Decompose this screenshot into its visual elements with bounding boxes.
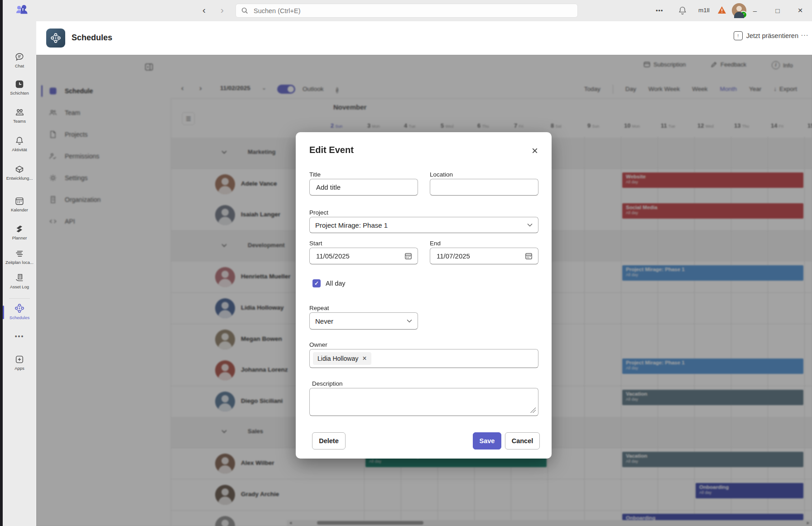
schedules-app-icon xyxy=(46,29,65,48)
event-onboarding-partial[interactable]: Onboarding xyxy=(622,514,803,520)
day-header[interactable]: 13Thu xyxy=(734,121,749,139)
calendar-prev-button[interactable]: ‹ xyxy=(181,84,184,93)
nav-item-settings[interactable]: Settings xyxy=(41,169,171,187)
rail-item-asset-log[interactable]: Asset Log xyxy=(3,273,36,289)
nav-item-projects[interactable]: Projects xyxy=(41,125,171,143)
day-header[interactable]: 14Fri xyxy=(771,121,783,139)
schedule-icon xyxy=(48,86,58,96)
event-website[interactable]: WebsiteAll day xyxy=(622,172,803,188)
close-icon[interactable]: × xyxy=(528,144,542,158)
start-date-field[interactable] xyxy=(309,248,418,264)
owner-field-label: Owner xyxy=(309,341,327,348)
account-label[interactable]: m1ll xyxy=(698,7,710,14)
delete-button[interactable]: Delete xyxy=(312,432,346,449)
nav-forward-button[interactable]: › xyxy=(221,5,224,15)
event-project-mirage[interactable]: Project Mirage: Phase 1All day xyxy=(622,265,803,281)
resize-grip-icon[interactable] xyxy=(530,407,536,413)
team-icon xyxy=(48,108,58,117)
nav-item-team[interactable]: Team xyxy=(41,104,171,122)
nav-item-permissions[interactable]: Permissions xyxy=(41,147,171,165)
repeat-select[interactable]: Never xyxy=(309,312,418,330)
window-close-button[interactable]: × xyxy=(793,4,807,17)
window-maximize-button[interactable]: □ xyxy=(771,4,784,17)
day-header[interactable]: 12Wed xyxy=(697,121,714,139)
nav-item-organization[interactable]: Organization xyxy=(41,191,171,209)
subscription-link[interactable]: Subscription xyxy=(644,61,686,68)
view-workweek-button[interactable]: Work Week xyxy=(649,86,680,92)
title-input[interactable] xyxy=(315,183,412,191)
outlook-toggle[interactable] xyxy=(277,85,295,94)
view-week-button[interactable]: Week xyxy=(692,86,707,92)
rail-more-button[interactable]: ••• xyxy=(3,333,36,340)
warning-icon[interactable] xyxy=(717,6,726,14)
rail-item-aktivitaet[interactable]: Aktivität xyxy=(3,136,36,152)
panel-collapse-button[interactable] xyxy=(144,62,154,72)
event-project-mirage[interactable]: Project Mirage: Phase 1All day xyxy=(622,359,803,374)
save-button[interactable]: Save xyxy=(473,432,501,449)
view-year-button[interactable]: Year xyxy=(749,86,761,92)
all-day-label[interactable]: All day xyxy=(326,280,346,287)
calendar-picker-icon[interactable] xyxy=(525,252,533,260)
calendar-picker-icon[interactable] xyxy=(404,252,412,260)
owner-field[interactable]: Lidia Holloway × xyxy=(309,349,538,368)
search-box[interactable] xyxy=(235,4,578,18)
view-switcher: Today Day Work Week Week Month Year ↓ Ex… xyxy=(584,79,797,99)
people-menu-button[interactable]: ☰ xyxy=(182,112,195,125)
rail-item-planner[interactable]: Planner xyxy=(3,224,36,240)
end-date-field[interactable] xyxy=(430,248,538,264)
calendar-icon xyxy=(3,196,36,206)
user-avatar[interactable]: ✓ xyxy=(732,3,746,18)
nav-item-schedule[interactable]: Schedule xyxy=(41,82,171,100)
event-social-media[interactable]: Social MediaAll day xyxy=(622,203,803,219)
rail-item-chat[interactable]: Chat xyxy=(3,52,36,68)
search-input[interactable] xyxy=(253,7,572,15)
app-header-more-button[interactable]: ··· xyxy=(799,31,810,38)
cancel-button[interactable]: Cancel xyxy=(505,432,540,449)
scroll-left-icon[interactable]: ◄ xyxy=(288,521,293,525)
view-today-button[interactable]: Today xyxy=(584,86,601,92)
checkmark-icon: ✓ xyxy=(314,280,319,287)
rail-item-schedules[interactable]: Schedules xyxy=(3,303,36,320)
event-vacation[interactable]: VacationAll day xyxy=(622,390,803,405)
event-onboarding[interactable]: OnboardingAll day xyxy=(696,483,803,498)
info-link[interactable]: i Info xyxy=(772,61,793,69)
location-input[interactable] xyxy=(436,183,533,191)
start-date-input[interactable] xyxy=(315,252,385,260)
avatar xyxy=(215,174,235,194)
rail-item-schichten[interactable]: Schichten xyxy=(3,79,36,96)
description-textarea[interactable] xyxy=(309,388,538,416)
day-header[interactable]: 10Mon xyxy=(624,121,640,139)
owner-chip[interactable]: Lidia Holloway × xyxy=(313,352,371,365)
all-day-checkbox[interactable]: ✓ xyxy=(312,279,321,287)
rail-item-teams[interactable]: Teams xyxy=(3,107,36,124)
date-picker[interactable]: 11/02/2025 xyxy=(220,85,250,91)
end-date-input[interactable] xyxy=(436,252,505,260)
nav-back-button[interactable]: ‹ xyxy=(202,5,206,15)
scroll-right-icon[interactable]: ► xyxy=(806,521,810,525)
window-minimize-button[interactable]: – xyxy=(748,4,762,17)
titlebar-more-button[interactable]: ••• xyxy=(656,7,663,14)
remove-owner-icon[interactable]: × xyxy=(362,356,366,361)
teams-people-icon xyxy=(3,107,36,117)
event-vacation[interactable]: VacationAll day xyxy=(622,452,803,467)
present-now-button[interactable]: ↑ Jetzt präsentieren xyxy=(734,31,798,40)
notifications-bell-icon[interactable] xyxy=(677,5,687,15)
rail-item-apps[interactable]: Apps xyxy=(3,354,36,371)
export-button[interactable]: ↓ Export xyxy=(774,86,797,92)
day-header[interactable]: 8Sat xyxy=(551,121,562,139)
feedback-link[interactable]: Feedback xyxy=(711,61,746,68)
calendar-next-button[interactable]: › xyxy=(199,84,202,93)
day-header[interactable]: 15 xyxy=(807,121,812,139)
rail-item-zeitplan[interactable]: Zeitplan loca... xyxy=(3,249,36,265)
view-day-button[interactable]: Day xyxy=(625,86,636,92)
rail-item-kalender[interactable]: Kalender xyxy=(3,196,36,212)
apps-plus-icon xyxy=(3,354,36,364)
view-month-button[interactable]: Month xyxy=(720,86,737,92)
day-header[interactable]: 11Tue xyxy=(661,121,675,139)
nav-item-api[interactable]: API xyxy=(41,212,171,230)
outlook-info-icon[interactable]: i xyxy=(336,86,338,94)
horizontal-scrollbar-thumb[interactable] xyxy=(317,521,423,525)
day-header[interactable]: 9Sun xyxy=(587,121,599,139)
project-select[interactable]: Project Mirage: Phase 1 xyxy=(309,217,538,233)
rail-item-entwicklung[interactable]: Entwicklung... xyxy=(3,164,36,181)
